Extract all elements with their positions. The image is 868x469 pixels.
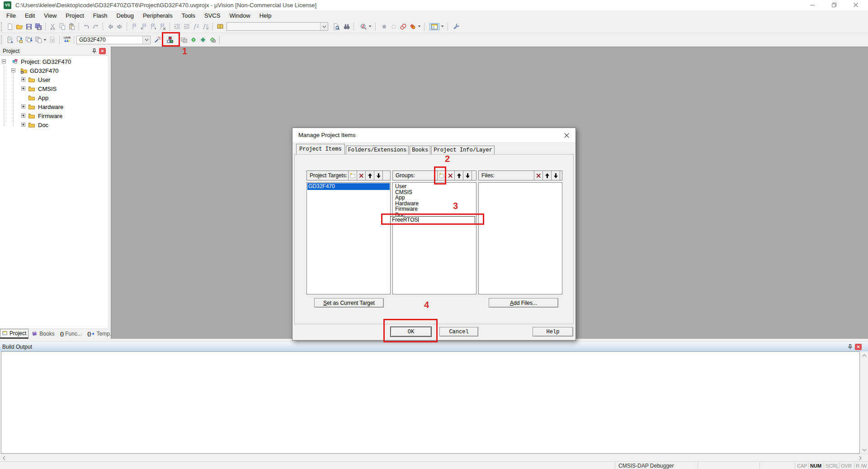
build-output-content[interactable] <box>1 351 860 454</box>
minimize-button[interactable] <box>806 0 819 10</box>
start-stop-debug-icon[interactable]: d <box>360 23 367 30</box>
manage-components-icon[interactable] <box>180 36 188 43</box>
paste-icon[interactable] <box>68 23 75 30</box>
uncomment-selection-icon[interactable] <box>202 23 209 30</box>
move-down-button[interactable] <box>374 171 382 180</box>
move-up-button[interactable] <box>542 171 551 180</box>
search-combobox[interactable] <box>226 22 328 31</box>
new-file-icon[interactable] <box>6 23 14 30</box>
breakpoint-insert-icon[interactable] <box>381 23 388 30</box>
dropdown-caret-icon[interactable] <box>417 23 421 30</box>
breakpoint-disable-all-icon[interactable] <box>409 23 416 30</box>
tree-item-cmsis[interactable]: CMSIS <box>0 84 108 93</box>
restore-button[interactable] <box>827 0 841 10</box>
dialog-close-icon[interactable] <box>563 132 570 139</box>
files-list[interactable] <box>478 182 562 294</box>
pin-icon[interactable] <box>90 47 98 54</box>
collapse-icon[interactable] <box>11 68 15 72</box>
navigate-back-icon[interactable] <box>107 23 114 30</box>
move-down-button[interactable] <box>551 171 560 180</box>
tree-item-hardware[interactable]: Hardware <box>0 102 108 111</box>
scroll-left-icon[interactable] <box>0 454 8 462</box>
stop-build-icon[interactable] <box>49 36 56 43</box>
menu-tools[interactable]: Tools <box>177 11 200 20</box>
configure-tools-icon[interactable] <box>453 23 460 30</box>
target-combobox[interactable]: GD32F470 <box>76 36 151 44</box>
move-up-button[interactable] <box>365 171 374 180</box>
group-item-user[interactable]: User <box>395 184 406 189</box>
group-item-app[interactable]: App <box>395 195 405 201</box>
download-icon[interactable]: LOAD <box>63 36 71 43</box>
batch-build-icon[interactable] <box>35 36 42 43</box>
tree-item-user[interactable]: User <box>0 75 108 84</box>
binoculars-icon[interactable] <box>343 23 350 30</box>
dropdown-caret-icon[interactable] <box>43 36 47 43</box>
dialog-tab-project-info-layer[interactable]: Project Info/Layer <box>431 146 495 154</box>
panel-tab-func[interactable]: {}Func... <box>58 329 84 339</box>
vertical-scrollbar[interactable] <box>860 351 868 454</box>
tree-item-firmware[interactable]: Firmware <box>0 111 108 120</box>
menu-help[interactable]: Help <box>255 11 276 20</box>
scroll-down-icon[interactable] <box>860 446 868 454</box>
delete-item-button[interactable] <box>446 171 454 180</box>
menu-peripherals[interactable]: Peripherals <box>138 11 177 20</box>
menu-window[interactable]: Window <box>225 11 255 20</box>
expand-icon[interactable] <box>21 114 25 118</box>
bookmark-next-icon[interactable] <box>150 23 157 30</box>
new-item-button[interactable] <box>348 171 357 180</box>
tree-item-doc[interactable]: Doc <box>0 120 108 129</box>
tree-item-project-gd32f470[interactable]: Project: GD32F470 <box>0 57 108 66</box>
target-item-selected[interactable]: GD32F470 <box>307 183 390 190</box>
set-as-current-target-button[interactable]: Set as Current Target <box>314 298 384 308</box>
menu-debug[interactable]: Debug <box>112 11 138 20</box>
pack-installer-icon[interactable] <box>209 36 216 43</box>
bookmark-toggle-icon[interactable] <box>131 23 138 30</box>
output-close-icon[interactable]: ✕ <box>855 344 862 350</box>
navigate-forward-icon[interactable] <box>116 23 123 30</box>
bookmark-clear-all-icon[interactable] <box>159 23 166 30</box>
menu-project[interactable]: Project <box>61 11 88 20</box>
output-pin-icon[interactable] <box>846 343 854 350</box>
move-down-button[interactable] <box>463 171 472 180</box>
close-button[interactable] <box>849 0 863 10</box>
panel-tab-project[interactable]: Project <box>0 329 28 339</box>
scroll-up-icon[interactable] <box>860 351 868 359</box>
scroll-right-icon[interactable] <box>856 454 864 462</box>
add-files-button[interactable]: Add Files... <box>489 298 558 308</box>
delete-item-button[interactable] <box>357 171 365 180</box>
indent-icon[interactable] <box>174 23 181 30</box>
redo-icon[interactable] <box>92 23 99 30</box>
dialog-tab-folders-extensions[interactable]: Folders/Extensions <box>346 146 409 154</box>
open-file-icon[interactable] <box>16 23 23 30</box>
comment-selection-icon[interactable] <box>193 23 200 30</box>
configuration-wizard-icon[interactable] <box>217 23 224 30</box>
groups-list[interactable]: UserCMSISAppHardwareFirmwareDoc <box>392 182 476 294</box>
save-icon[interactable] <box>25 23 33 30</box>
window-layout-icon[interactable] <box>429 23 439 30</box>
dialog-tab-project-items[interactable]: Project Items <box>296 144 345 154</box>
expand-icon[interactable] <box>21 86 25 90</box>
expand-icon[interactable] <box>21 77 25 81</box>
options-for-target-icon[interactable] <box>154 36 161 43</box>
select-software-packs-icon[interactable] <box>199 36 207 43</box>
collapse-icon[interactable] <box>2 59 6 63</box>
menu-svcs[interactable]: SVCS <box>200 11 225 20</box>
menu-file[interactable]: File <box>2 11 20 20</box>
copy-icon[interactable] <box>59 23 66 30</box>
find-in-files-icon[interactable] <box>333 23 340 30</box>
dialog-tab-books[interactable]: Books <box>410 146 430 154</box>
expand-icon[interactable] <box>21 104 25 109</box>
manage-rte-icon[interactable] <box>190 36 197 43</box>
project-targets-list[interactable]: GD32F470 <box>307 182 391 294</box>
breakpoint-kill-all-icon[interactable] <box>400 23 407 30</box>
tree-item-app[interactable]: App <box>0 93 108 102</box>
move-up-button[interactable] <box>454 171 463 180</box>
rebuild-icon[interactable] <box>25 36 33 43</box>
unindent-icon[interactable] <box>183 23 190 30</box>
breakpoint-enable-disable-icon[interactable] <box>390 23 397 30</box>
undo-icon[interactable] <box>83 23 90 30</box>
build-icon[interactable] <box>16 36 23 43</box>
target-combobox-dropdown-icon[interactable] <box>142 36 150 44</box>
bookmark-previous-icon[interactable] <box>140 23 147 30</box>
cancel-button[interactable]: Cancel <box>439 327 478 336</box>
